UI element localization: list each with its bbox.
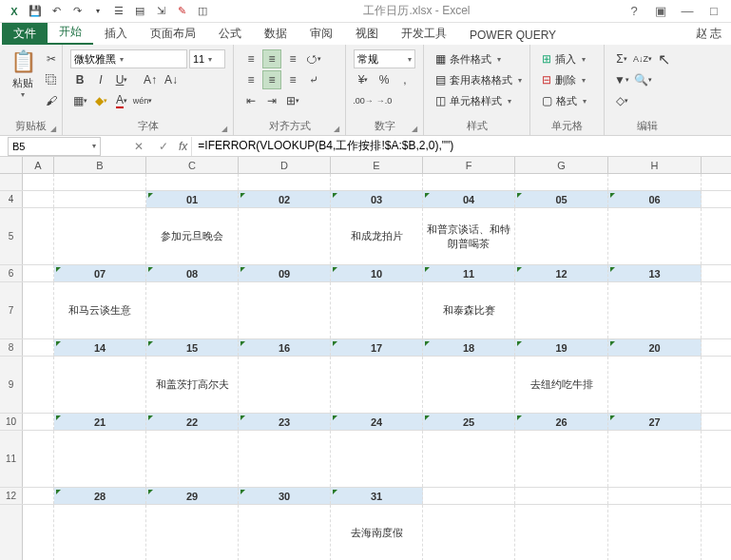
enter-formula-icon[interactable]: ✓: [154, 140, 173, 153]
font-launcher-icon[interactable]: ◢: [221, 125, 227, 133]
cell-styles-button[interactable]: ◫单元格样式▾: [432, 91, 526, 110]
cell[interactable]: 25: [423, 414, 515, 430]
alignment-launcher-icon[interactable]: ◢: [334, 125, 339, 133]
cell[interactable]: [54, 174, 146, 190]
cell[interactable]: 10: [331, 265, 423, 281]
cell[interactable]: [239, 505, 331, 560]
tab-developer[interactable]: 开发工具: [390, 23, 458, 45]
cell[interactable]: [23, 174, 54, 190]
cell[interactable]: 和盖茨打高尔夫: [146, 357, 239, 413]
column-header[interactable]: H: [608, 157, 702, 173]
phonetic-icon[interactable]: wén▾: [133, 91, 152, 110]
align-bottom-icon[interactable]: ≡: [283, 49, 302, 68]
align-center-icon[interactable]: ≡: [262, 70, 281, 89]
row-header[interactable]: 5: [0, 208, 23, 264]
cell[interactable]: 21: [54, 414, 146, 430]
row-header[interactable]: 10: [0, 414, 23, 430]
column-header[interactable]: E: [331, 157, 423, 173]
qat-new-icon[interactable]: ☰: [110, 3, 127, 20]
cell[interactable]: [239, 174, 331, 190]
cell[interactable]: [146, 174, 239, 190]
align-left-icon[interactable]: ≡: [241, 70, 260, 89]
row-header[interactable]: 8: [0, 339, 23, 356]
row-header[interactable]: 9: [0, 357, 23, 413]
cell[interactable]: 20: [608, 339, 702, 356]
merge-center-icon[interactable]: ⊞▾: [283, 91, 302, 110]
bold-button[interactable]: B: [70, 70, 89, 89]
cell[interactable]: 09: [239, 265, 331, 281]
fx-icon[interactable]: fx: [179, 140, 187, 153]
insert-cells-button[interactable]: ⊞插入▾: [538, 49, 590, 68]
cell[interactable]: [146, 282, 239, 338]
cell[interactable]: 14: [54, 339, 146, 356]
cell[interactable]: [608, 174, 702, 190]
cell[interactable]: [23, 357, 54, 413]
font-color-icon[interactable]: A▾: [112, 91, 131, 110]
tab-formulas[interactable]: 公式: [207, 23, 253, 45]
cell[interactable]: [608, 505, 702, 560]
format-painter-icon[interactable]: 🖌: [42, 91, 61, 110]
decrease-indent-icon[interactable]: ⇤: [241, 91, 260, 110]
cell[interactable]: 02: [239, 191, 331, 207]
align-top-icon[interactable]: ≡: [241, 49, 260, 68]
autosum-icon[interactable]: Σ▾: [612, 49, 631, 68]
cell[interactable]: 17: [331, 339, 423, 356]
cell[interactable]: [54, 208, 146, 264]
cell[interactable]: [423, 174, 515, 190]
cell[interactable]: [23, 265, 54, 281]
row-header[interactable]: 7: [0, 282, 23, 338]
cell[interactable]: [239, 431, 331, 487]
clear-icon[interactable]: ◇▾: [612, 91, 631, 110]
cell[interactable]: 07: [54, 265, 146, 281]
cell[interactable]: [423, 505, 515, 560]
cell[interactable]: 16: [239, 339, 331, 356]
row-header[interactable]: 11: [0, 431, 23, 487]
qat-print-icon[interactable]: ✎: [173, 3, 190, 20]
cell[interactable]: [23, 505, 54, 560]
decrease-font-icon[interactable]: A↓: [162, 70, 181, 89]
cell[interactable]: 31: [331, 488, 423, 504]
row-header[interactable]: 12: [0, 488, 23, 504]
tab-home[interactable]: 开始: [48, 21, 93, 45]
find-select-icon[interactable]: 🔍▾: [633, 70, 652, 89]
font-name-combo[interactable]: 微软雅黑▾: [70, 49, 187, 68]
align-middle-icon[interactable]: ≡: [262, 49, 281, 68]
minimize-icon[interactable]: —: [674, 4, 701, 18]
cell[interactable]: [331, 282, 423, 338]
italic-button[interactable]: I: [91, 70, 110, 89]
copy-icon[interactable]: ⿻: [42, 70, 61, 89]
cell[interactable]: [54, 191, 146, 207]
cell[interactable]: [515, 174, 608, 190]
cell[interactable]: 08: [146, 265, 239, 281]
percent-icon[interactable]: %: [375, 70, 394, 89]
cell[interactable]: [239, 208, 331, 264]
cell[interactable]: 24: [331, 414, 423, 430]
cell[interactable]: 12: [515, 265, 608, 281]
conditional-formatting-button[interactable]: ▦条件格式▾: [432, 49, 526, 68]
underline-button[interactable]: U▾: [112, 70, 131, 89]
format-cells-button[interactable]: ▢格式▾: [538, 91, 590, 110]
tab-power-query[interactable]: POWER QUERY: [458, 26, 567, 45]
cell[interactable]: [23, 191, 54, 207]
qat-eraser-icon[interactable]: ◫: [194, 3, 211, 20]
wrap-text-icon[interactable]: ⤶: [304, 70, 323, 89]
cell[interactable]: [23, 414, 54, 430]
cell[interactable]: [608, 357, 702, 413]
cell[interactable]: [515, 431, 608, 487]
row-header[interactable]: [0, 174, 23, 190]
cell[interactable]: [54, 431, 146, 487]
cell[interactable]: [608, 431, 702, 487]
cell[interactable]: 23: [239, 414, 331, 430]
cell[interactable]: 29: [146, 488, 239, 504]
cell[interactable]: 参加元旦晚会: [146, 208, 239, 264]
redo-icon[interactable]: ↷: [68, 3, 86, 20]
cell[interactable]: 13: [608, 265, 702, 281]
sort-filter-icon[interactable]: A↓Z▾: [633, 49, 652, 68]
cell[interactable]: 和泰森比赛: [423, 282, 515, 338]
cell[interactable]: [239, 282, 331, 338]
cell[interactable]: 15: [146, 339, 239, 356]
column-header[interactable]: B: [54, 157, 146, 173]
cell[interactable]: 11: [423, 265, 515, 281]
cell[interactable]: [146, 431, 239, 487]
ribbon-options-icon[interactable]: ▣: [647, 4, 674, 18]
